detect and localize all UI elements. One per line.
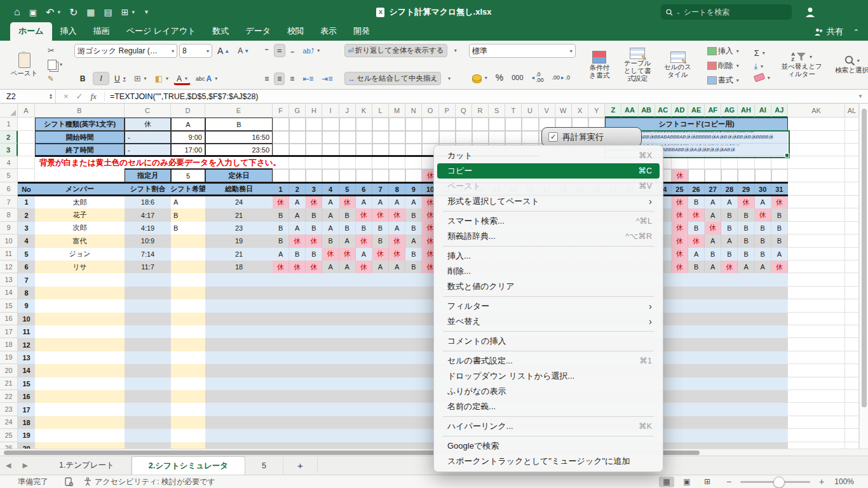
find-select-button[interactable]: ▾ 検索と選択 bbox=[831, 55, 868, 74]
cell-AL24[interactable] bbox=[845, 416, 859, 429]
cell-N11[interactable]: B bbox=[405, 248, 422, 261]
cell-I5[interactable] bbox=[322, 169, 339, 182]
menu-item-16[interactable]: 名前の定義... bbox=[437, 399, 660, 414]
cell-AL22[interactable] bbox=[845, 390, 859, 403]
cell-B13[interactable] bbox=[35, 273, 125, 286]
cut-button[interactable]: ✂ bbox=[44, 44, 65, 57]
cell-AK10[interactable] bbox=[788, 234, 845, 247]
cell-H3[interactable] bbox=[306, 144, 322, 156]
cell-A13-no[interactable]: 7 bbox=[18, 273, 35, 286]
cell-A26-no[interactable]: 20 bbox=[18, 442, 35, 449]
zoom-slider[interactable] bbox=[740, 481, 810, 483]
ribbon-tab-1[interactable]: ホーム bbox=[10, 22, 52, 41]
cell-C10-ratio[interactable]: 10:9 bbox=[125, 234, 171, 247]
cell-C21[interactable] bbox=[125, 377, 171, 390]
row-header-17[interactable]: 17 bbox=[0, 325, 18, 338]
cell-AD5[interactable]: 休 bbox=[672, 169, 688, 182]
cell-D26[interactable] bbox=[171, 442, 205, 449]
cell-AG9[interactable]: B bbox=[721, 222, 738, 234]
cell-H11[interactable]: B bbox=[306, 248, 322, 261]
col-header-M[interactable]: M bbox=[389, 104, 405, 118]
cell-M5[interactable] bbox=[389, 169, 405, 182]
cell-G12[interactable]: 休 bbox=[289, 261, 306, 273]
cell-I12[interactable]: A bbox=[322, 261, 339, 273]
journal-icon[interactable]: ▤ bbox=[104, 7, 112, 17]
cell-AL20[interactable] bbox=[845, 364, 859, 377]
cell-L7[interactable]: A bbox=[372, 196, 389, 208]
col-header-AC[interactable]: AC bbox=[655, 104, 672, 118]
cell-I11[interactable]: 休 bbox=[322, 248, 339, 261]
align-left-button[interactable]: ≡ bbox=[261, 72, 272, 85]
page-break-view-button[interactable]: ⊞ bbox=[700, 477, 715, 487]
cell-AL6[interactable] bbox=[845, 182, 859, 196]
redo-button[interactable]: ↻ bbox=[69, 6, 78, 18]
cell-B26[interactable] bbox=[35, 442, 125, 449]
cell-C15[interactable] bbox=[125, 299, 171, 312]
cell-AG10[interactable]: A bbox=[721, 234, 738, 247]
cell-D21[interactable] bbox=[171, 377, 205, 390]
cell-A5[interactable] bbox=[18, 169, 35, 182]
phonetic-button[interactable]: abcA▾ bbox=[193, 72, 220, 85]
cell-D25[interactable] bbox=[171, 429, 205, 442]
cell-AD9[interactable]: 休 bbox=[672, 222, 688, 234]
menu-item-9[interactable]: 数式と値のクリア bbox=[437, 279, 660, 294]
cell-AI8[interactable]: 休 bbox=[755, 208, 771, 221]
cell-H7[interactable]: 休 bbox=[306, 196, 322, 208]
cell-AF12[interactable]: A bbox=[705, 261, 721, 273]
menu-item-11[interactable]: 並べ替え› bbox=[437, 314, 660, 329]
cell-M10[interactable]: 休 bbox=[389, 234, 405, 247]
cell-AJ11[interactable]: A bbox=[771, 248, 788, 261]
col-header-G[interactable]: G bbox=[289, 104, 306, 118]
cell-A2[interactable] bbox=[18, 131, 35, 144]
cell-B20[interactable] bbox=[35, 364, 125, 377]
cell-AL21[interactable] bbox=[845, 377, 859, 390]
cell-AH4[interactable] bbox=[738, 156, 754, 169]
ribbon-tab-4[interactable]: ページ レイアウト bbox=[118, 22, 205, 41]
row-header-4[interactable]: 4 bbox=[0, 156, 18, 169]
cell-G11[interactable]: B bbox=[289, 248, 306, 261]
menu-item-17[interactable]: ハイパーリンク...⌘K bbox=[437, 419, 660, 434]
cell-B3[interactable]: 終了時間 bbox=[35, 144, 125, 156]
cell-D15[interactable] bbox=[171, 299, 205, 312]
confirm-entry-icon[interactable]: ✓ bbox=[76, 92, 83, 101]
cell-F8[interactable]: B bbox=[273, 208, 289, 221]
cell-AF9[interactable]: 休 bbox=[705, 222, 721, 234]
page-layout-view-button[interactable]: ▣ bbox=[679, 477, 695, 487]
cell-AI11[interactable]: B bbox=[755, 248, 771, 261]
cell-D16[interactable] bbox=[171, 313, 205, 325]
cell-A7-no[interactable]: 1 bbox=[18, 196, 35, 208]
format-cells-button[interactable]: 書式▾ bbox=[704, 73, 742, 88]
menu-item-12[interactable]: コメントの挿入 bbox=[437, 334, 660, 349]
menu-item-7[interactable]: 挿入... bbox=[437, 248, 660, 264]
cell-AK18[interactable] bbox=[788, 338, 845, 351]
cell-C11-ratio[interactable]: 7:14 bbox=[125, 248, 171, 261]
cell-A25-no[interactable]: 19 bbox=[18, 429, 35, 442]
cell-G10[interactable]: 休 bbox=[289, 234, 306, 247]
cell-D18[interactable] bbox=[171, 338, 205, 351]
cell-D20[interactable] bbox=[171, 364, 205, 377]
cell-D7-wish[interactable]: A bbox=[171, 196, 205, 208]
cell-D12-wish[interactable] bbox=[171, 261, 205, 273]
row-header-23[interactable]: 23 bbox=[0, 403, 18, 416]
sheet-tab-2[interactable]: 2.シフトシミュレータ bbox=[132, 456, 245, 475]
cell-C12-ratio[interactable]: 11:7 bbox=[125, 261, 171, 273]
cell-AE12[interactable]: B bbox=[688, 261, 705, 273]
cell-B5[interactable] bbox=[35, 169, 125, 182]
font-name-combo[interactable]: 游ゴシック Regular (…▾ bbox=[74, 44, 177, 58]
cell-D1[interactable]: A bbox=[171, 118, 205, 131]
cell-C22[interactable] bbox=[125, 390, 171, 403]
cell-C20[interactable] bbox=[125, 364, 171, 377]
cell-A19-no[interactable]: 13 bbox=[18, 351, 35, 364]
cell-J11[interactable]: 休 bbox=[339, 248, 356, 261]
col-header-AL[interactable]: AL bbox=[845, 104, 859, 118]
prev-sheet-arrow[interactable]: ◀ bbox=[0, 461, 17, 470]
row-header-12[interactable]: 12 bbox=[0, 261, 18, 273]
cell-G8[interactable]: A bbox=[289, 208, 306, 221]
cell-AK2[interactable] bbox=[788, 131, 845, 144]
row-header-3[interactable]: 3 bbox=[0, 144, 18, 156]
comma-button[interactable]: 000 bbox=[508, 72, 526, 83]
cell-G2[interactable] bbox=[289, 131, 306, 144]
cell-AL14[interactable] bbox=[845, 287, 859, 299]
recalculate-button[interactable]: ✓再計算実行 bbox=[541, 127, 642, 147]
col-header-F[interactable]: F bbox=[273, 104, 289, 118]
